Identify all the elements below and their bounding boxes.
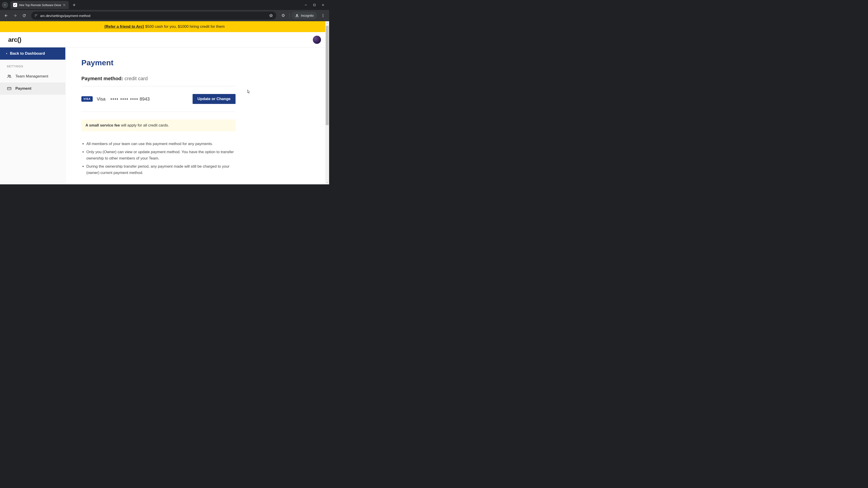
avatar[interactable]	[313, 36, 321, 44]
back-button[interactable]	[2, 12, 10, 20]
arrow-left-icon	[4, 13, 8, 18]
credit-card-icon	[7, 86, 12, 91]
visa-badge-icon: VISA	[81, 96, 93, 102]
sidebar: Back to Dashboard SETTINGS Team Manageme…	[0, 47, 66, 184]
browser-menu-button[interactable]	[319, 12, 327, 20]
window-controls	[304, 3, 327, 6]
back-label: Back to Dashboard	[10, 51, 45, 56]
reload-button[interactable]	[20, 12, 28, 20]
star-icon[interactable]	[269, 13, 273, 18]
browser-tab[interactable]: ✓ Hire Top Remote Software Deve	[10, 1, 69, 9]
tab-search-button[interactable]	[2, 2, 8, 8]
scroll-down-button[interactable]	[325, 181, 329, 184]
card-row: VISA Visa •••• •••• •••• 8943 Update or …	[81, 94, 236, 104]
chevron-down-icon	[3, 3, 6, 6]
referral-link[interactable]: [Refer a friend to Arc]	[104, 24, 144, 29]
payment-method-row: Payment method: credit card	[81, 76, 313, 82]
app-header: arc()	[0, 32, 329, 47]
incognito-icon	[295, 13, 299, 18]
sidebar-item-label: Payment	[16, 86, 31, 91]
app-body: Back to Dashboard SETTINGS Team Manageme…	[0, 47, 329, 184]
svg-rect-0	[305, 5, 307, 5]
update-or-change-button[interactable]: Update or Change	[193, 94, 236, 104]
svg-rect-1	[313, 4, 315, 6]
svg-point-4	[323, 17, 323, 17]
minimize-icon[interactable]	[304, 3, 307, 6]
triangle-down-icon	[326, 182, 329, 184]
page-viewport: [Refer a friend to Arc] $500 cash for yo…	[0, 21, 329, 184]
main-content: Payment Payment method: credit card VISA…	[66, 47, 329, 184]
close-icon[interactable]	[62, 3, 66, 7]
forward-button[interactable]	[11, 12, 19, 20]
browser-titlebar: ✓ Hire Top Remote Software Deve	[0, 0, 329, 10]
payment-method-label: Payment method:	[81, 76, 123, 81]
svg-point-5	[8, 75, 9, 76]
extension-icon	[281, 13, 285, 18]
reload-icon	[22, 13, 26, 18]
info-bullet: Only you (Owner) can view or update paym…	[86, 149, 236, 162]
referral-text: $500 cash for you, $1000 hiring credit f…	[145, 24, 225, 29]
dots-vertical-icon	[321, 13, 325, 18]
incognito-badge[interactable]: Incognito	[292, 12, 317, 20]
sidebar-item-label: Team Management	[16, 74, 49, 78]
triangle-up-icon	[326, 22, 329, 24]
info-list: All members of your team can use this pa…	[81, 141, 236, 176]
payment-method-type: credit card	[125, 76, 148, 81]
svg-point-2	[323, 14, 323, 15]
info-bullet: All members of your team can use this pa…	[86, 141, 236, 147]
back-to-dashboard-button[interactable]: Back to Dashboard	[0, 47, 65, 60]
tune-icon	[34, 14, 38, 18]
card-brand: Visa	[97, 96, 105, 102]
fee-note: A small service fee will apply for all c…	[81, 120, 236, 131]
svg-point-3	[323, 15, 323, 16]
arc-logo[interactable]: arc()	[8, 36, 21, 43]
tab-title: Hire Top Remote Software Deve	[19, 3, 61, 7]
scroll-up-button[interactable]	[325, 21, 329, 25]
scrollbar-thumb[interactable]	[326, 26, 329, 125]
close-window-icon[interactable]	[321, 3, 324, 6]
fee-note-strong: A small service fee	[86, 123, 120, 127]
svg-rect-7	[7, 88, 11, 90]
extensions-button[interactable]	[279, 12, 287, 20]
sidebar-item-payment[interactable]: Payment	[0, 83, 65, 95]
maximize-icon[interactable]	[313, 3, 316, 6]
url-text: arc.dev/settings/payment-method	[40, 14, 90, 18]
svg-point-6	[9, 75, 11, 76]
people-icon	[7, 74, 12, 79]
sidebar-item-team-management[interactable]: Team Management	[0, 70, 65, 83]
browser-chrome: ✓ Hire Top Remote Software Deve arc.dev/…	[0, 0, 329, 21]
site-info-button[interactable]	[34, 14, 38, 18]
referral-banner: [Refer a friend to Arc] $500 cash for yo…	[0, 21, 329, 32]
sidebar-section-label: SETTINGS	[0, 60, 65, 70]
favicon-icon: ✓	[13, 3, 17, 7]
chevron-left-icon	[5, 52, 8, 55]
incognito-label: Incognito	[301, 14, 314, 18]
address-bar[interactable]: arc.dev/settings/payment-method	[31, 11, 276, 20]
vertical-scrollbar[interactable]	[325, 21, 329, 184]
card-last4: 8943	[140, 96, 150, 102]
fee-note-rest: will apply for all credit cards.	[120, 123, 169, 127]
divider	[81, 111, 236, 112]
browser-toolbar: arc.dev/settings/payment-method Incognit…	[0, 10, 329, 21]
new-tab-button[interactable]	[71, 2, 77, 8]
plus-icon	[72, 3, 76, 7]
page-title: Payment	[81, 58, 313, 67]
card-mask: •••• •••• ••••	[111, 96, 138, 102]
info-bullet: During the ownership transfer period, an…	[86, 163, 236, 176]
arrow-right-icon	[13, 13, 17, 18]
